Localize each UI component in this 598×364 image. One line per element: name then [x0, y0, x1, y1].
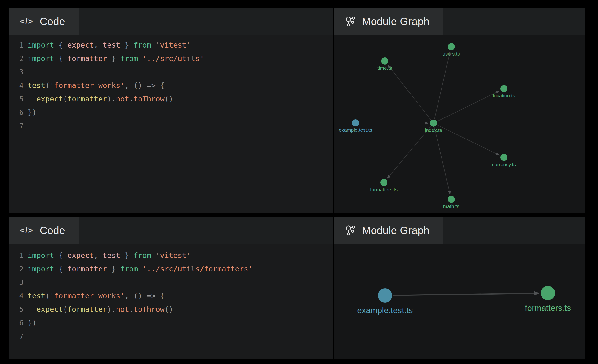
graph-edge [389, 127, 431, 176]
code-line: 1import { expect, test } from 'vitest' [9, 38, 333, 52]
graph-edge [390, 68, 431, 120]
tab-module-graph[interactable]: Module Graph [334, 217, 443, 244]
code-panel-bottom: </> Code 1import { expect, test } from '… [9, 217, 333, 359]
panel-row-bottom: </> Code 1import { expect, test } from '… [9, 217, 584, 359]
code-icon: </> [20, 226, 33, 235]
graph-node-label: example.test.ts [339, 127, 372, 132]
graph-node-label: formatters.ts [370, 187, 398, 192]
code-line: 7 [9, 119, 333, 132]
line-number: 1 [9, 249, 24, 262]
tab-code-label: Code [40, 224, 65, 236]
graph-edge-arrowhead [496, 152, 500, 155]
code-panel-header: </> Code [9, 217, 333, 244]
panel-row-top: </> Code 1import { expect, test } from '… [9, 8, 584, 214]
code-line: 5 expect(formatter).not.toThrow() [9, 303, 333, 316]
workspace: </> Code 1import { expect, test } from '… [9, 8, 584, 359]
graph-node-label: math.ts [443, 204, 459, 209]
graph-node-label: currency.ts [492, 162, 516, 167]
line-number: 7 [9, 119, 24, 132]
graph-node-example.test.ts[interactable] [352, 119, 359, 126]
line-number: 4 [9, 289, 24, 303]
code-line: 1import { expect, test } from 'vitest' [9, 249, 333, 262]
code-panel-header: </> Code [9, 8, 333, 35]
line-number: 2 [9, 262, 24, 276]
tab-module-graph-label: Module Graph [362, 16, 430, 27]
module-graph-canvas-top[interactable]: users.tstime.tslocation.tsexample.test.t… [334, 35, 584, 214]
line-number: 5 [9, 303, 24, 316]
line-number: 6 [9, 316, 24, 330]
graph-edge-arrowhead [448, 191, 451, 195]
code-line: 3 [9, 276, 333, 289]
graph-node-time.ts[interactable] [381, 58, 388, 65]
code-line: 3 [9, 65, 333, 79]
module-graph-panel-bottom: Module Graph example.test.tsformatters.t… [334, 217, 584, 359]
module-graph-panel-header: Module Graph [334, 8, 584, 35]
module-graph-panel-top: Module Graph users.tstime.tslocation.tse… [334, 8, 584, 214]
line-number: 4 [9, 79, 24, 92]
module-graph-canvas-bottom[interactable]: example.test.tsformatters.ts [334, 244, 584, 359]
code-line: 6}) [9, 316, 333, 330]
graph-node-label: index.ts [425, 127, 442, 133]
graph-edge-arrowhead [534, 291, 540, 296]
graph-edge [434, 128, 449, 191]
line-number: 7 [9, 330, 24, 343]
line-number: 5 [9, 92, 24, 106]
graph-node-currency.ts[interactable] [500, 154, 507, 161]
graph-node-formatters.ts[interactable] [380, 179, 387, 186]
code-line: 6}) [9, 106, 333, 119]
code-line: 7 [9, 330, 333, 343]
code-line: 5 expect(formatter).not.toThrow() [9, 92, 333, 106]
line-number: 6 [9, 106, 24, 119]
code-line: 2import { formatter } from '../src/utils… [9, 262, 333, 276]
tab-module-graph-label: Module Graph [362, 224, 430, 236]
graph-node-formatters.ts[interactable] [541, 286, 555, 300]
graph-node-example.test.ts[interactable] [378, 288, 392, 303]
graph-edge [438, 92, 496, 121]
code-editor-bottom[interactable]: 1import { expect, test } from 'vitest'2i… [9, 244, 333, 359]
module-graph-panel-header: Module Graph [334, 217, 584, 244]
code-panel-top: </> Code 1import { expect, test } from '… [9, 8, 333, 214]
graph-edge [434, 55, 449, 119]
graph-edge [393, 293, 534, 296]
tab-code-label: Code [40, 16, 65, 27]
graph-node-label: formatters.ts [525, 303, 571, 313]
code-line: 2import { formatter } from '../src/utils… [9, 52, 333, 65]
module-graph-icon [345, 225, 356, 236]
graph-edge-arrowhead [425, 122, 429, 124]
graph-edge [438, 125, 496, 154]
code-line: 4test('formatter works', () => { [9, 289, 333, 303]
code-editor-top[interactable]: 1import { expect, test } from 'vitest'2i… [9, 35, 333, 214]
code-icon: </> [20, 17, 33, 26]
tab-code[interactable]: </> Code [9, 8, 79, 35]
graph-node-index.ts[interactable] [430, 120, 437, 127]
graph-node-label: location.ts [493, 93, 515, 98]
module-graph-icon [345, 16, 356, 27]
graph-node-users.ts[interactable] [448, 43, 455, 50]
graph-node-label: users.ts [442, 51, 460, 57]
graph-node-label: example.test.ts [357, 306, 413, 315]
graph-node-label: time.ts [377, 65, 392, 71]
graph-node-math.ts[interactable] [448, 196, 455, 203]
line-number: 3 [9, 276, 24, 289]
line-number: 3 [9, 65, 24, 79]
line-number: 1 [9, 38, 24, 52]
line-number: 2 [9, 52, 24, 65]
graph-edge [360, 123, 425, 123]
tab-code[interactable]: </> Code [9, 217, 79, 244]
tab-module-graph[interactable]: Module Graph [334, 8, 443, 35]
graph-node-location.ts[interactable] [500, 85, 507, 92]
code-line: 4test('formatter works', () => { [9, 79, 333, 92]
